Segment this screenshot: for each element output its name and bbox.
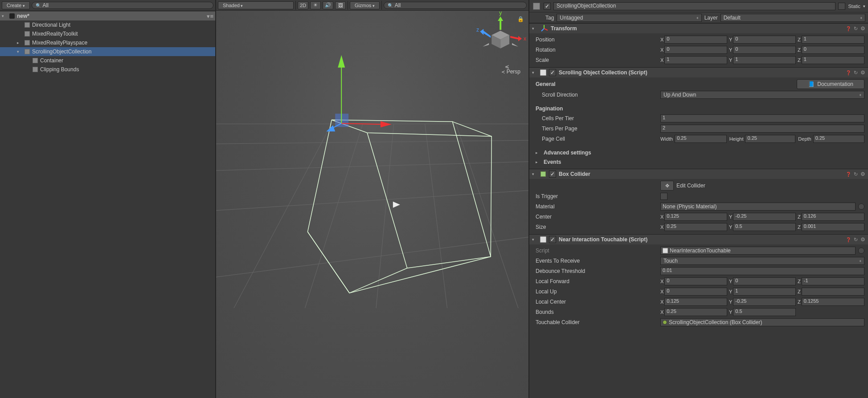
is-trigger-checkbox[interactable] xyxy=(660,193,667,200)
local-up-field[interactable]: X0 Y1 Z xyxy=(660,288,864,296)
bounds-label: Bounds xyxy=(533,309,658,315)
size-field[interactable]: X0.25 Y0.5 Z0.001 xyxy=(660,223,864,231)
component-header[interactable]: ▾ Near Interaction Touchable (Script) xyxy=(529,235,868,244)
scene-row[interactable]: ▾ new* ▾≡ xyxy=(0,12,215,20)
fold-icon[interactable]: ▾ xyxy=(17,49,22,54)
scene-content: y x z ≼ xyxy=(216,11,528,308)
hierarchy-toolbar: Create All xyxy=(0,0,215,11)
hierarchy-item-selected[interactable]: ▾ ScrollingObjectCollection xyxy=(0,47,215,56)
hierarchy-item[interactable]: ▸ MixedRealityPlayspace xyxy=(0,38,215,47)
height-field[interactable]: 0.25 xyxy=(745,135,795,143)
settings-icon[interactable] xyxy=(860,25,865,32)
script-icon xyxy=(540,236,546,243)
enable-checkbox[interactable] xyxy=(549,69,556,76)
tag-dropdown[interactable]: Untagged♦ xyxy=(557,14,701,22)
events-fold[interactable]: ▸Events xyxy=(533,158,864,166)
is-trigger-label: Is Trigger xyxy=(533,193,658,199)
scroll-direction-dropdown[interactable]: Up And Down♦ xyxy=(660,91,864,99)
item-label: Clipping Bounds xyxy=(40,66,79,73)
debounce-threshold-field[interactable]: 0.01 xyxy=(660,267,864,275)
help-icon[interactable] xyxy=(846,237,851,242)
script-icon xyxy=(540,69,546,76)
lighting-toggle[interactable]: ☀ xyxy=(310,1,321,9)
active-checkbox[interactable] xyxy=(544,3,551,10)
static-checkbox[interactable] xyxy=(838,3,845,10)
rotation-label: Rotation xyxy=(533,47,658,53)
documentation-button[interactable]: 📘Documentation xyxy=(797,79,864,89)
component-header[interactable]: ▾ Transform xyxy=(529,24,868,33)
help-icon[interactable] xyxy=(846,70,851,75)
svg-line-8 xyxy=(425,124,447,308)
bounds-field[interactable]: X0.25 Y0.5 Z xyxy=(660,308,864,316)
box-collider-component: ▾ Box Collider ✥ Edit Collider Is Trigge… xyxy=(529,169,868,234)
static-dropdown-icon[interactable]: ▾ xyxy=(863,4,865,8)
scene-search[interactable]: All xyxy=(384,2,527,9)
gizmos-dropdown[interactable]: Gizmos xyxy=(350,1,380,9)
center-field[interactable]: X0.125 Y-0.25 Z0.126 xyxy=(660,213,864,221)
preset-icon[interactable] xyxy=(854,70,858,76)
preset-icon[interactable] xyxy=(854,26,858,32)
svg-marker-27 xyxy=(512,43,518,47)
tiers-per-page-field[interactable]: 2 xyxy=(660,125,864,133)
lock-icon[interactable]: 🔒 xyxy=(517,16,524,22)
position-field[interactable]: X0 Y0 Z1 xyxy=(660,36,864,44)
fx-toggle[interactable]: 🖼 xyxy=(335,1,346,9)
cells-per-tier-field[interactable]: 1 xyxy=(660,114,864,122)
hierarchy-item[interactable]: Container xyxy=(0,56,215,65)
settings-icon[interactable] xyxy=(860,69,865,76)
material-label: Material xyxy=(533,203,658,210)
mode-2d-toggle[interactable]: 2D xyxy=(298,1,308,9)
scale-field[interactable]: X1 Y1 Z1 xyxy=(660,56,864,64)
unity-icon xyxy=(9,13,15,19)
preset-icon[interactable] xyxy=(854,237,858,243)
scroll-direction-label: Scroll Direction xyxy=(533,92,658,98)
enable-checkbox[interactable] xyxy=(549,236,556,243)
touchable-collider-field[interactable]: ScrollingObjectCollection (Box Collider) xyxy=(660,318,864,326)
shading-dropdown[interactable]: Shaded xyxy=(218,1,294,9)
object-picker-icon[interactable] xyxy=(858,248,864,254)
material-field[interactable]: None (Physic Material) xyxy=(660,203,856,211)
item-label: ScrollingObjectCollection xyxy=(32,49,91,55)
touchable-collider-label: Touchable Collider xyxy=(533,319,658,325)
preset-icon[interactable] xyxy=(854,171,858,177)
settings-icon[interactable] xyxy=(860,171,865,177)
height-label: Height xyxy=(729,136,744,142)
object-name-field[interactable]: ScrollingObjectCollection xyxy=(553,2,835,10)
edit-collider-icon[interactable]: ✥ xyxy=(660,181,674,191)
advanced-settings-fold[interactable]: ▸Advanced settings xyxy=(533,149,864,157)
general-label: General xyxy=(533,80,558,88)
enable-checkbox[interactable] xyxy=(549,171,556,178)
persp-label[interactable]: ≺ Persp xyxy=(501,68,520,75)
hierarchy-search[interactable]: All xyxy=(32,2,213,9)
scene-menu-icon[interactable]: ▾≡ xyxy=(207,13,213,20)
hierarchy-item[interactable]: MixedRealityToolkit xyxy=(0,29,215,38)
create-button[interactable]: Create xyxy=(2,1,30,9)
fold-icon[interactable]: ▾ xyxy=(2,14,7,18)
depth-field[interactable]: 0.25 xyxy=(813,135,864,143)
layer-dropdown[interactable]: Default♦ xyxy=(721,14,865,22)
fold-icon[interactable]: ▸ xyxy=(17,41,22,45)
hierarchy-item[interactable]: Directional Light xyxy=(0,20,215,29)
hierarchy-item[interactable]: Clipping Bounds xyxy=(0,65,215,74)
settings-icon[interactable] xyxy=(860,236,865,243)
gameobject-icon[interactable] xyxy=(532,2,541,11)
scrolling-object-collection-component: ▾ Scrolling Object Collection (Script) G… xyxy=(529,67,868,169)
inspector-panel: ScrollingObjectCollection Static ▾ Tag U… xyxy=(529,0,868,398)
help-icon[interactable] xyxy=(846,171,851,177)
component-header[interactable]: ▾ Scrolling Object Collection (Script) xyxy=(529,68,868,77)
tag-label: Tag xyxy=(545,15,554,21)
position-label: Position xyxy=(533,37,658,43)
hierarchy-tree: ▾ new* ▾≡ Directional Light MixedReality… xyxy=(0,11,215,75)
audio-toggle[interactable]: 🔊 xyxy=(323,1,333,9)
object-picker-icon[interactable] xyxy=(858,203,864,210)
scene-view[interactable]: Shaded 2D ☀ 🔊 🖼 Gizmos All xyxy=(216,0,529,398)
help-icon[interactable] xyxy=(846,26,851,31)
component-header[interactable]: ▾ Box Collider xyxy=(529,169,868,179)
gameobject-icon xyxy=(32,57,38,64)
width-field[interactable]: 0.25 xyxy=(675,135,727,143)
tiers-per-page-label: Tiers Per Page xyxy=(533,126,658,132)
local-center-field[interactable]: X0.125 Y-0.25 Z0.1255 xyxy=(660,298,864,306)
local-forward-field[interactable]: X0 Y0 Z-1 xyxy=(660,277,864,285)
rotation-field[interactable]: X0 Y0 Z0 xyxy=(660,46,864,54)
events-to-receive-dropdown[interactable]: Touch♦ xyxy=(660,257,864,265)
